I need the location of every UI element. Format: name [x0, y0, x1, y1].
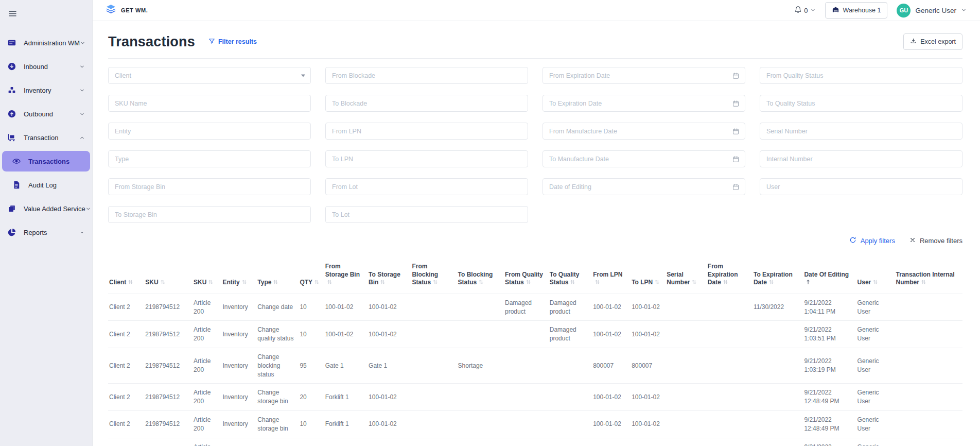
table-cell	[752, 348, 803, 383]
table-cell	[411, 438, 457, 446]
filter-input[interactable]	[326, 151, 528, 167]
topbar: GET WM. 0 Warehouse 1	[93, 0, 980, 21]
sidebar-item-value-added-service[interactable]: Value Added Service	[2, 198, 90, 219]
sidebar-item-transactions[interactable]: Transactions	[2, 151, 90, 171]
table-row[interactable]: Client 22198794512Article 200InventoryCh…	[108, 294, 962, 321]
sidebar-item-label: Transactions	[28, 158, 69, 165]
table-cell: Shortage	[457, 348, 504, 383]
filter-input[interactable]	[543, 179, 745, 195]
notification-count: 0	[804, 7, 808, 14]
table-cell	[504, 438, 549, 446]
remove-filters-button[interactable]: Remove filters	[909, 237, 962, 245]
column-header-to-quality-status[interactable]: To Quality Status	[549, 261, 592, 294]
table-row[interactable]: Client 22198794512Article 200InventoryCh…	[108, 384, 962, 411]
sidebar-item-inventory[interactable]: Inventory	[2, 80, 90, 100]
table-cell: Article 200	[192, 384, 221, 411]
sidebar-item-administration-wm[interactable]: Administration WM	[2, 32, 90, 53]
column-header-client[interactable]: Client	[108, 261, 144, 294]
table-cell: 100-01-02	[592, 321, 631, 348]
sidebar-item-outbound[interactable]: Outbound	[2, 104, 90, 124]
column-header-serial-number[interactable]: Serial Number	[666, 261, 707, 294]
table-cell: 9/21/2022 12:48:49 PM	[803, 384, 856, 411]
excel-export-button[interactable]: Excel export	[903, 33, 962, 50]
table-cell: 100-01-02	[367, 384, 411, 411]
table-cell: Inventory	[221, 321, 256, 348]
sidebar-menu: Administration WMInboundInventoryOutboun…	[0, 32, 92, 243]
sidebar-item-inbound[interactable]: Inbound	[2, 56, 90, 77]
filter-input[interactable]	[109, 207, 310, 222]
arrow-up-circle-icon	[7, 109, 16, 118]
table-row[interactable]: Client 22198794512Article 200InventoryCh…	[108, 348, 962, 383]
column-header-from-expiration-date[interactable]: From Expiration Date	[707, 261, 752, 294]
warehouse-label: Warehouse 1	[843, 7, 881, 14]
filter-input[interactable]	[543, 151, 745, 167]
column-header-from-lpn[interactable]: From LPN	[592, 261, 631, 294]
filter-input[interactable]	[109, 67, 310, 83]
table-cell	[752, 321, 803, 348]
table-cell	[895, 410, 962, 438]
column-header-type[interactable]: Type	[256, 261, 299, 294]
filter-input[interactable]	[109, 123, 310, 139]
table-cell: Client 2	[108, 348, 144, 383]
filter-input[interactable]	[109, 95, 310, 111]
column-header-to-lpn[interactable]: To LPN	[631, 261, 666, 294]
table-cell: 9/21/2022 12:48:44 PM	[803, 438, 856, 446]
caret-down-icon	[79, 230, 85, 235]
apply-filters-button[interactable]: Apply filters	[849, 236, 895, 245]
table-row[interactable]: Client 22198794512Article 200OutboundPic…	[108, 438, 962, 446]
filter-input[interactable]	[760, 67, 962, 83]
table-cell: OUT-20220921/0005	[895, 438, 962, 446]
filter-input[interactable]	[543, 123, 745, 139]
filter-input[interactable]	[760, 123, 962, 139]
filter-field-to-storage-bin	[108, 206, 311, 223]
table-cell: Change date	[256, 294, 299, 321]
warehouse-selector-button[interactable]: Warehouse 1	[825, 2, 888, 19]
table-cell: 100-01-02	[324, 321, 367, 348]
column-header-date-of-editing[interactable]: Date Of Editing	[803, 261, 856, 294]
filter-input[interactable]	[326, 67, 528, 83]
sidebar-item-label: Audit Log	[28, 181, 57, 189]
filter-input[interactable]	[326, 95, 528, 111]
table-cell: Generic User	[856, 384, 895, 411]
table-row[interactable]: Client 22198794512Article 200InventoryCh…	[108, 321, 962, 348]
app-logo[interactable]: GET WM.	[105, 4, 148, 18]
column-header-user[interactable]: User	[856, 261, 895, 294]
table-cell: 100-01-02	[592, 438, 631, 446]
column-header-to-blocking-status[interactable]: To Blocking Status	[457, 261, 504, 294]
filter-input[interactable]	[326, 123, 528, 139]
filter-input[interactable]	[109, 151, 310, 167]
filter-input[interactable]	[326, 207, 528, 222]
sidebar-item-transaction[interactable]: Transaction	[2, 127, 90, 148]
table-cell: 10	[299, 294, 324, 321]
sidebar-item-reports[interactable]: Reports	[2, 222, 90, 243]
filter-input[interactable]	[109, 179, 310, 195]
column-header-from-blocking-status[interactable]: From Blocking Status	[411, 261, 457, 294]
filter-input[interactable]	[543, 67, 745, 83]
table-cell: 100-01-02	[631, 294, 666, 321]
column-header-sku[interactable]: SKU	[144, 261, 192, 294]
filter-grid	[108, 67, 962, 223]
app-root: Administration WMInboundInventoryOutboun…	[0, 0, 980, 446]
notifications-button[interactable]: 0	[794, 6, 815, 15]
filter-input[interactable]	[760, 95, 962, 111]
sidebar-item-audit-log[interactable]: Audit Log	[2, 175, 90, 195]
column-header-entity[interactable]: Entity	[221, 261, 256, 294]
user-menu[interactable]: GU Generic User	[897, 4, 967, 18]
column-header-transaction-internal-number[interactable]: Transaction Internal Number	[895, 261, 962, 294]
filter-input[interactable]	[326, 179, 528, 195]
column-header-to-storage-bin[interactable]: To Storage Bin	[367, 261, 411, 294]
hamburger-menu-icon[interactable]	[0, 5, 92, 24]
column-header-from-storage-bin[interactable]: From Storage Bin	[324, 261, 367, 294]
document-icon	[12, 180, 21, 190]
hand-truck-icon	[7, 133, 16, 142]
filter-input[interactable]	[760, 179, 962, 195]
filter-input[interactable]	[760, 151, 962, 167]
column-header-to-expiration-date[interactable]: To Expiration Date	[752, 261, 803, 294]
sort-icon	[208, 279, 214, 287]
column-header-from-quality-status[interactable]: From Quality Status	[504, 261, 549, 294]
filter-input[interactable]	[543, 95, 745, 111]
column-header-sku[interactable]: SKU	[192, 261, 221, 294]
table-row[interactable]: Client 22198794512Article 200InventoryCh…	[108, 410, 962, 438]
filter-results-button[interactable]: Filter results	[208, 38, 257, 46]
column-header-qty[interactable]: QTY	[299, 261, 324, 294]
